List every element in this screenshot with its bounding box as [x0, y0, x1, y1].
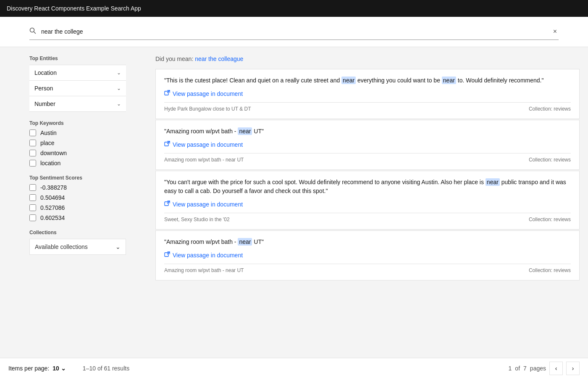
result-text-mid-1: everything you could want to be	[356, 77, 442, 84]
sentiment-label-3: 0.527086	[40, 204, 65, 211]
keyword-label-austin: Austin	[40, 130, 57, 136]
svg-rect-4	[165, 142, 168, 146]
result-card-1: "This is the cutest place! Clean and qui…	[155, 69, 580, 119]
result-text-after-4: UT"	[252, 238, 264, 245]
content-area: Top Entities Location ⌄ Person ⌄ Number …	[0, 47, 588, 358]
did-you-mean-prefix: Did you mean:	[155, 56, 195, 62]
sentiment-label-2: 0.504694	[40, 194, 65, 201]
svg-rect-2	[165, 91, 168, 95]
result-card-2: "Amazing room w/pvt bath - near UT" View…	[155, 120, 580, 170]
svg-rect-6	[165, 202, 168, 206]
next-page-button[interactable]: ›	[566, 362, 580, 375]
sentiment-checkbox-4[interactable]	[29, 214, 36, 221]
sidebar: Top Entities Location ⌄ Person ⌄ Number …	[0, 47, 155, 358]
keyword-label-downtown: downtown	[40, 150, 67, 156]
view-passage-link-4[interactable]: View passage in document	[164, 251, 571, 259]
result-text-before-4: "Amazing room w/pvt bath -	[164, 238, 238, 245]
pagination: 1 of 7 pages ‹ ›	[509, 362, 580, 375]
highlight-near-2: near	[238, 127, 252, 135]
pages-label: pages	[530, 365, 546, 372]
app-header: Discovery React Components Example Searc…	[0, 0, 588, 17]
chevron-down-icon-person: ⌄	[117, 85, 121, 91]
view-passage-label-3: View passage in document	[173, 201, 243, 208]
items-per-page: Items per page: 10 ⌄	[8, 365, 66, 372]
sentiment-checkbox-1[interactable]	[29, 184, 36, 191]
result-collection-1: Collection: reviews	[529, 106, 571, 112]
view-passage-label-4: View passage in document	[173, 252, 243, 259]
result-collection-2: Collection: reviews	[529, 157, 571, 163]
app-title: Discovery React Components Example Searc…	[7, 5, 141, 12]
external-link-icon-2	[164, 141, 170, 148]
view-passage-link-1[interactable]: View passage in document	[164, 90, 571, 97]
result-collection-3: Collection: reviews	[529, 217, 571, 222]
result-text-1: "This is the cutest place! Clean and qui…	[164, 76, 571, 85]
entity-item-person[interactable]: Person ⌄	[29, 81, 126, 96]
svg-rect-8	[165, 253, 168, 256]
entity-item-number[interactable]: Number ⌄	[29, 96, 126, 112]
keyword-label-place: place	[40, 140, 54, 146]
keyword-item-place: place	[29, 140, 126, 146]
sentiment-item-1: -0.388278	[29, 184, 126, 191]
chevron-down-icon-number: ⌄	[117, 101, 121, 107]
view-passage-label-2: View passage in document	[173, 141, 243, 148]
search-bar: ×	[29, 24, 559, 40]
result-doc-title-1: Hyde Park Bungalow close to UT & DT	[164, 106, 251, 112]
keyword-label-location: location	[40, 160, 60, 167]
view-passage-link-3[interactable]: View passage in document	[164, 201, 571, 208]
items-per-page-label: Items per page:	[8, 365, 49, 372]
entity-item-location[interactable]: Location ⌄	[29, 65, 126, 81]
keyword-item-austin: Austin	[29, 130, 126, 136]
results-count: 1–10 of 61 results	[83, 365, 509, 372]
collections-label: Collections	[29, 230, 126, 235]
chevron-down-icon-perpage: ⌄	[61, 365, 66, 372]
sentiment-item-4: 0.602534	[29, 214, 126, 221]
highlight-near-1a: near	[341, 77, 356, 84]
result-doc-title-4: Amazing room w/pvt bath - near UT	[164, 267, 244, 273]
result-doc-title-2: Amazing room w/pvt bath - near UT	[164, 157, 244, 163]
chevron-down-icon-collections: ⌄	[116, 243, 121, 250]
result-text-2: "Amazing room w/pvt bath - near UT"	[164, 127, 571, 136]
keyword-checkbox-place[interactable]	[29, 140, 36, 146]
search-input[interactable]	[41, 28, 551, 35]
sentiment-checkbox-3[interactable]	[29, 204, 36, 211]
top-entities-label: Top Entities	[29, 56, 126, 61]
result-text-4: "Amazing room w/pvt bath - near UT"	[164, 238, 571, 246]
page-of-label: of	[515, 365, 520, 372]
top-sentiment-section: Top Sentiment Scores -0.388278 0.504694 …	[29, 175, 126, 221]
collections-section: Collections Available collections ⌄	[29, 230, 126, 255]
per-page-select[interactable]: 10 ⌄	[52, 365, 66, 372]
did-you-mean-link[interactable]: near the colleague	[195, 56, 243, 62]
search-clear-button[interactable]: ×	[551, 27, 559, 36]
result-collection-4: Collection: reviews	[529, 267, 571, 273]
sentiment-item-2: 0.504694	[29, 194, 126, 201]
view-passage-label-1: View passage in document	[173, 90, 243, 97]
did-you-mean: Did you mean: near the colleague	[155, 54, 580, 64]
top-keywords-section: Top Keywords Austin place downtown locat…	[29, 120, 126, 167]
sentiment-checkbox-2[interactable]	[29, 194, 36, 201]
prev-page-button[interactable]: ‹	[549, 362, 563, 375]
result-doc-title-3: Sweet, Sexy Studio in the '02	[164, 217, 230, 222]
current-page: 1	[509, 365, 512, 372]
view-passage-link-2[interactable]: View passage in document	[164, 141, 571, 148]
svg-point-0	[30, 28, 34, 32]
result-text-before-3: "You can't argue with the price for such…	[164, 179, 486, 185]
keyword-item-location: location	[29, 160, 126, 167]
keyword-checkbox-location[interactable]	[29, 160, 36, 167]
per-page-value: 10	[52, 365, 59, 372]
external-link-icon-4	[164, 251, 170, 259]
collections-select[interactable]: Available collections ⌄	[29, 239, 126, 255]
result-card-3: "You can't argue with the price for such…	[155, 171, 580, 230]
result-footer-3: Sweet, Sexy Studio in the '02 Collection…	[164, 213, 571, 222]
keyword-checkbox-downtown[interactable]	[29, 150, 36, 156]
external-link-icon-3	[164, 201, 170, 208]
sentiment-label-1: -0.388278	[40, 184, 67, 191]
search-bar-container: ×	[0, 17, 588, 47]
bottom-bar: Items per page: 10 ⌄ 1–10 of 61 results …	[0, 358, 588, 378]
result-footer-2: Amazing room w/pvt bath - near UT Collec…	[164, 153, 571, 163]
external-link-icon-1	[164, 90, 170, 97]
result-card-4: "Amazing room w/pvt bath - near UT" View…	[155, 230, 580, 280]
keyword-checkbox-austin[interactable]	[29, 130, 36, 136]
results-area: Did you mean: near the colleague "This i…	[155, 47, 588, 358]
result-text-before-1: "This is the cutest place! Clean and qui…	[164, 77, 341, 84]
entity-label-person: Person	[34, 85, 53, 92]
